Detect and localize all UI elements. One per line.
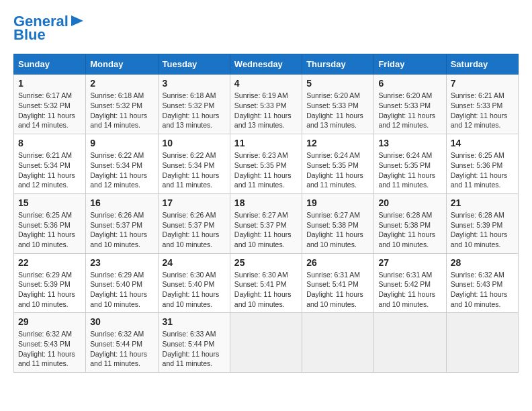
calendar-cell: 30Sunrise: 6:32 AMSunset: 5:44 PMDayligh…	[86, 313, 158, 373]
day-number: 9	[90, 138, 153, 148]
day-info: Sunrise: 6:21 AMSunset: 5:33 PMDaylight:…	[451, 91, 514, 130]
day-info: Sunrise: 6:33 AMSunset: 5:44 PMDaylight:…	[163, 329, 226, 369]
day-info: Sunrise: 6:26 AMSunset: 5:37 PMDaylight:…	[90, 210, 153, 250]
calendar-cell	[230, 313, 302, 373]
calendar-cell: 19Sunrise: 6:27 AMSunset: 5:38 PMDayligh…	[302, 193, 374, 253]
calendar-week-row: 8Sunrise: 6:21 AMSunset: 5:34 PMDaylight…	[14, 134, 519, 194]
day-number: 3	[163, 78, 226, 89]
calendar-cell: 7Sunrise: 6:21 AMSunset: 5:33 PMDaylight…	[446, 75, 518, 134]
day-info: Sunrise: 6:27 AMSunset: 5:37 PMDaylight:…	[234, 210, 298, 250]
calendar-cell: 23Sunrise: 6:29 AMSunset: 5:40 PMDayligh…	[86, 253, 158, 313]
calendar-cell: 29Sunrise: 6:32 AMSunset: 5:43 PMDayligh…	[14, 313, 86, 373]
day-number: 27	[378, 257, 441, 268]
day-number: 19	[306, 197, 369, 208]
day-info: Sunrise: 6:22 AMSunset: 5:34 PMDaylight:…	[90, 150, 153, 190]
day-info: Sunrise: 6:20 AMSunset: 5:33 PMDaylight:…	[306, 91, 369, 130]
day-number: 31	[163, 316, 226, 327]
day-number: 30	[90, 316, 153, 327]
calendar-body: 1Sunrise: 6:17 AMSunset: 5:32 PMDaylight…	[14, 75, 519, 373]
day-info: Sunrise: 6:22 AMSunset: 5:34 PMDaylight:…	[163, 150, 226, 190]
col-header-tuesday: Tuesday	[158, 54, 230, 75]
day-number: 25	[234, 257, 298, 268]
day-number: 26	[306, 257, 369, 268]
calendar-cell: 22Sunrise: 6:29 AMSunset: 5:39 PMDayligh…	[14, 253, 86, 313]
calendar-cell: 21Sunrise: 6:28 AMSunset: 5:39 PMDayligh…	[446, 193, 518, 253]
day-number: 2	[90, 78, 153, 89]
calendar-cell: 16Sunrise: 6:26 AMSunset: 5:37 PMDayligh…	[86, 193, 158, 253]
col-header-wednesday: Wednesday	[230, 54, 302, 75]
day-number: 20	[378, 197, 441, 208]
day-number: 4	[234, 78, 298, 89]
day-info: Sunrise: 6:29 AMSunset: 5:40 PMDaylight:…	[90, 270, 153, 310]
calendar-cell: 5Sunrise: 6:20 AMSunset: 5:33 PMDaylight…	[302, 75, 374, 134]
day-info: Sunrise: 6:30 AMSunset: 5:41 PMDaylight:…	[234, 270, 298, 310]
day-number: 6	[378, 78, 441, 89]
calendar-cell: 28Sunrise: 6:32 AMSunset: 5:43 PMDayligh…	[446, 253, 518, 313]
calendar-cell: 1Sunrise: 6:17 AMSunset: 5:32 PMDaylight…	[14, 75, 86, 134]
calendar-cell: 10Sunrise: 6:22 AMSunset: 5:34 PMDayligh…	[158, 134, 230, 194]
calendar-cell: 13Sunrise: 6:24 AMSunset: 5:35 PMDayligh…	[374, 134, 446, 194]
logo-icon	[71, 15, 83, 26]
day-info: Sunrise: 6:18 AMSunset: 5:32 PMDaylight:…	[90, 91, 153, 130]
svg-marker-0	[71, 15, 83, 26]
calendar-cell: 14Sunrise: 6:25 AMSunset: 5:36 PMDayligh…	[446, 134, 518, 194]
calendar-cell: 17Sunrise: 6:26 AMSunset: 5:37 PMDayligh…	[158, 193, 230, 253]
col-header-thursday: Thursday	[302, 54, 374, 75]
calendar-cell: 12Sunrise: 6:24 AMSunset: 5:35 PMDayligh…	[302, 134, 374, 194]
calendar-cell: 11Sunrise: 6:23 AMSunset: 5:35 PMDayligh…	[230, 134, 302, 194]
day-info: Sunrise: 6:31 AMSunset: 5:42 PMDaylight:…	[378, 270, 441, 310]
day-info: Sunrise: 6:23 AMSunset: 5:35 PMDaylight:…	[234, 150, 298, 190]
day-info: Sunrise: 6:29 AMSunset: 5:39 PMDaylight:…	[18, 270, 81, 310]
calendar-cell: 2Sunrise: 6:18 AMSunset: 5:32 PMDaylight…	[86, 75, 158, 134]
col-header-sunday: Sunday	[14, 54, 86, 75]
calendar-week-row: 1Sunrise: 6:17 AMSunset: 5:32 PMDaylight…	[14, 75, 519, 134]
day-number: 18	[234, 197, 298, 208]
day-number: 8	[18, 138, 81, 148]
calendar-cell: 24Sunrise: 6:30 AMSunset: 5:40 PMDayligh…	[158, 253, 230, 313]
day-number: 12	[306, 138, 369, 148]
logo: General Blue	[13, 13, 83, 43]
day-number: 24	[163, 257, 226, 268]
calendar-cell: 9Sunrise: 6:22 AMSunset: 5:34 PMDaylight…	[86, 134, 158, 194]
day-info: Sunrise: 6:32 AMSunset: 5:44 PMDaylight:…	[90, 329, 153, 369]
day-number: 17	[163, 197, 226, 208]
day-number: 1	[18, 78, 81, 89]
day-info: Sunrise: 6:19 AMSunset: 5:33 PMDaylight:…	[234, 91, 298, 130]
calendar-cell	[446, 313, 518, 373]
day-number: 23	[90, 257, 153, 268]
day-number: 7	[451, 78, 514, 89]
calendar-table: SundayMondayTuesdayWednesdayThursdayFrid…	[13, 54, 519, 373]
day-info: Sunrise: 6:24 AMSunset: 5:35 PMDaylight:…	[306, 150, 369, 190]
day-number: 21	[451, 197, 514, 208]
logo-blue-text: Blue	[13, 27, 46, 43]
calendar-cell: 4Sunrise: 6:19 AMSunset: 5:33 PMDaylight…	[230, 75, 302, 134]
page-header: General Blue	[13, 13, 519, 43]
day-number: 15	[18, 197, 81, 208]
calendar-cell: 26Sunrise: 6:31 AMSunset: 5:41 PMDayligh…	[302, 253, 374, 313]
calendar-cell: 27Sunrise: 6:31 AMSunset: 5:42 PMDayligh…	[374, 253, 446, 313]
day-number: 14	[451, 138, 514, 148]
day-number: 28	[451, 257, 514, 268]
calendar-cell: 6Sunrise: 6:20 AMSunset: 5:33 PMDaylight…	[374, 75, 446, 134]
day-info: Sunrise: 6:27 AMSunset: 5:38 PMDaylight:…	[306, 210, 369, 250]
col-header-saturday: Saturday	[446, 54, 518, 75]
day-info: Sunrise: 6:18 AMSunset: 5:32 PMDaylight:…	[163, 91, 226, 130]
day-info: Sunrise: 6:25 AMSunset: 5:36 PMDaylight:…	[18, 210, 81, 250]
calendar-cell	[374, 313, 446, 373]
calendar-week-row: 15Sunrise: 6:25 AMSunset: 5:36 PMDayligh…	[14, 193, 519, 253]
day-info: Sunrise: 6:32 AMSunset: 5:43 PMDaylight:…	[18, 329, 81, 369]
calendar-cell: 8Sunrise: 6:21 AMSunset: 5:34 PMDaylight…	[14, 134, 86, 194]
day-info: Sunrise: 6:32 AMSunset: 5:43 PMDaylight:…	[451, 270, 514, 310]
col-header-monday: Monday	[86, 54, 158, 75]
day-number: 16	[90, 197, 153, 208]
calendar-cell: 20Sunrise: 6:28 AMSunset: 5:38 PMDayligh…	[374, 193, 446, 253]
day-number: 11	[234, 138, 298, 148]
calendar-cell: 3Sunrise: 6:18 AMSunset: 5:32 PMDaylight…	[158, 75, 230, 134]
col-header-friday: Friday	[374, 54, 446, 75]
calendar-cell: 15Sunrise: 6:25 AMSunset: 5:36 PMDayligh…	[14, 193, 86, 253]
day-info: Sunrise: 6:31 AMSunset: 5:41 PMDaylight:…	[306, 270, 369, 310]
calendar-week-row: 29Sunrise: 6:32 AMSunset: 5:43 PMDayligh…	[14, 313, 519, 373]
calendar-week-row: 22Sunrise: 6:29 AMSunset: 5:39 PMDayligh…	[14, 253, 519, 313]
day-info: Sunrise: 6:17 AMSunset: 5:32 PMDaylight:…	[18, 91, 81, 130]
day-number: 10	[163, 138, 226, 148]
